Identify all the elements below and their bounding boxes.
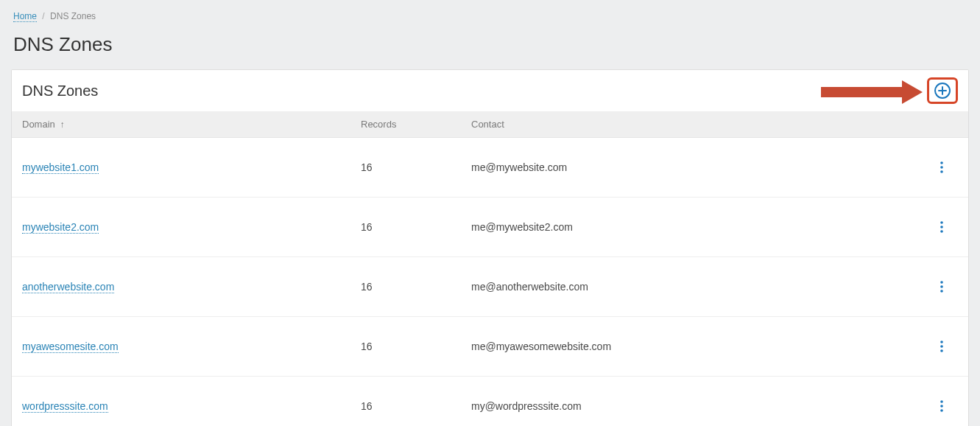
svg-point-8 xyxy=(940,290,943,293)
annotation-highlight-box xyxy=(927,77,958,104)
contact-cell: me@mywebsite2.com xyxy=(461,198,921,257)
records-cell: 16 xyxy=(350,257,461,317)
records-cell: 16 xyxy=(350,377,461,427)
svg-point-12 xyxy=(940,400,943,403)
svg-point-11 xyxy=(940,349,943,352)
table-row: myawesomesite.com16me@myawesomewebsite.c… xyxy=(12,317,968,377)
plus-icon xyxy=(938,86,947,95)
contact-cell: me@myawesomewebsite.com xyxy=(461,317,921,377)
sort-ascending-icon: ↑ xyxy=(60,119,64,130)
svg-point-1 xyxy=(940,166,943,169)
svg-point-7 xyxy=(940,285,943,288)
annotation-arrow xyxy=(821,80,923,104)
row-actions-button[interactable] xyxy=(933,278,951,296)
domain-link[interactable]: mywebsite1.com xyxy=(22,161,99,174)
column-header-records[interactable]: Records xyxy=(350,111,461,138)
contact-cell: me@anotherwebsite.com xyxy=(461,257,921,317)
more-vertical-icon xyxy=(940,400,943,412)
add-zone-button[interactable] xyxy=(934,83,951,99)
more-vertical-icon xyxy=(940,161,943,173)
panel-title: DNS Zones xyxy=(22,83,98,99)
records-cell: 16 xyxy=(350,198,461,257)
breadcrumb: Home / DNS Zones xyxy=(11,11,969,29)
svg-point-6 xyxy=(940,281,943,284)
row-actions-button[interactable] xyxy=(933,397,951,415)
svg-point-13 xyxy=(940,405,943,408)
domain-link[interactable]: myawesomesite.com xyxy=(22,341,119,353)
records-cell: 16 xyxy=(350,138,461,198)
domain-link[interactable]: wordpresssite.com xyxy=(22,400,108,413)
svg-point-0 xyxy=(940,161,943,164)
dns-zones-table: Domain ↑ Records Contact mywebsite1.com1… xyxy=(12,111,968,426)
breadcrumb-home-link[interactable]: Home xyxy=(13,11,37,22)
contact-cell: me@mywebsite.com xyxy=(461,138,921,198)
records-cell: 16 xyxy=(350,317,461,377)
column-header-domain-label: Domain xyxy=(22,119,55,130)
row-actions-button[interactable] xyxy=(933,218,951,236)
panel-header: DNS Zones xyxy=(12,70,968,111)
domain-link[interactable]: mywebsite2.com xyxy=(22,221,99,234)
more-vertical-icon xyxy=(940,341,943,352)
dns-zones-panel: DNS Zones Domain ↑ xyxy=(11,69,969,426)
domain-link[interactable]: anotherwebsite.com xyxy=(22,281,114,293)
svg-point-5 xyxy=(940,230,943,233)
svg-point-3 xyxy=(940,221,943,224)
more-vertical-icon xyxy=(940,221,943,233)
table-row: mywebsite1.com16me@mywebsite.com xyxy=(12,138,968,198)
svg-point-2 xyxy=(940,170,943,173)
table-row: anotherwebsite.com16me@anotherwebsite.co… xyxy=(12,257,968,317)
svg-point-10 xyxy=(940,345,943,348)
column-header-domain[interactable]: Domain ↑ xyxy=(12,111,350,138)
column-header-contact[interactable]: Contact xyxy=(461,111,921,138)
svg-point-4 xyxy=(940,226,943,228)
svg-point-9 xyxy=(940,341,943,343)
table-row: wordpresssite.com16my@wordpresssite.com xyxy=(12,377,968,427)
contact-cell: my@wordpresssite.com xyxy=(461,377,921,427)
page-title: DNS Zones xyxy=(13,33,969,56)
column-header-actions xyxy=(921,111,968,138)
row-actions-button[interactable] xyxy=(933,158,951,176)
breadcrumb-separator: / xyxy=(42,11,44,21)
more-vertical-icon xyxy=(940,281,943,293)
table-row: mywebsite2.com16me@mywebsite2.com xyxy=(12,198,968,257)
row-actions-button[interactable] xyxy=(933,338,951,355)
svg-point-14 xyxy=(940,409,943,412)
breadcrumb-current: DNS Zones xyxy=(50,11,96,21)
